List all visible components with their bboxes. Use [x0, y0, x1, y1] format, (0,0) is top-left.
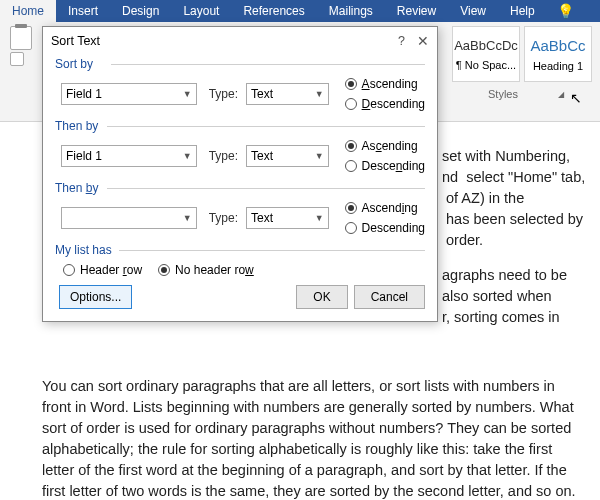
sortby-field-combo[interactable]: Field 1 ▼ [61, 83, 197, 105]
thenby1-field-combo[interactable]: Field 1 ▼ [61, 145, 197, 167]
options-button[interactable]: Options... [59, 285, 132, 309]
style-name: Heading 1 [533, 60, 583, 72]
tell-me-icon[interactable]: 💡 [551, 0, 580, 22]
chevron-down-icon: ▼ [315, 151, 324, 161]
ok-button[interactable]: OK [296, 285, 347, 309]
style-preview: AaBbCc [530, 37, 585, 54]
ribbon-tabs: Home Insert Design Layout References Mai… [0, 0, 600, 22]
no-header-row-radio[interactable]: No header row [158, 263, 254, 277]
dialog-title: Sort Text [51, 34, 398, 48]
dialog-titlebar: Sort Text ? ✕ [43, 27, 437, 55]
header-row-radio[interactable]: Header row [63, 263, 142, 277]
type-label: Type: [209, 211, 238, 225]
document-partial-text: set with Numbering, nd select "Home" tab… [442, 146, 585, 328]
tab-review[interactable]: Review [385, 0, 448, 22]
sortby-descending-radio[interactable]: Descending [345, 97, 425, 111]
sortby-type-combo[interactable]: Text ▼ [246, 83, 329, 105]
tab-insert[interactable]: Insert [56, 0, 110, 22]
tab-help[interactable]: Help [498, 0, 547, 22]
paste-icon[interactable] [10, 26, 32, 50]
thenby2-type-combo[interactable]: Text ▼ [246, 207, 329, 229]
chevron-down-icon: ▼ [183, 213, 192, 223]
chevron-down-icon: ▼ [315, 213, 324, 223]
tab-view[interactable]: View [448, 0, 498, 22]
chevron-down-icon: ▼ [183, 89, 192, 99]
document-body: You can sort ordinary paragraphs that ar… [0, 356, 592, 500]
tab-references[interactable]: References [231, 0, 316, 22]
tab-design[interactable]: Design [110, 0, 171, 22]
type-label: Type: [209, 149, 238, 163]
chevron-down-icon: ▼ [183, 151, 192, 161]
cursor-icon: ↖ [570, 90, 582, 106]
tab-layout[interactable]: Layout [171, 0, 231, 22]
thenby2-field-combo[interactable]: ▼ [61, 207, 197, 229]
type-label: Type: [209, 87, 238, 101]
sortby-ascending-radio[interactable]: Ascending [345, 77, 425, 91]
cancel-button[interactable]: Cancel [354, 285, 425, 309]
sortby-label: Sort by [55, 57, 425, 71]
style-heading-1[interactable]: AaBbCc Heading 1 [524, 26, 592, 82]
clipboard-small-icon[interactable] [10, 52, 24, 66]
thenby-label: Then by [55, 119, 425, 133]
thenby1-type-combo[interactable]: Text ▼ [246, 145, 329, 167]
style-name: ¶ No Spac... [456, 59, 516, 71]
mylist-label: My list has [55, 243, 425, 257]
styles-group-label: Styles ◢ ↖ [452, 82, 600, 106]
document-paragraph: You can sort ordinary paragraphs that ar… [42, 376, 580, 500]
sort-text-dialog: Sort Text ? ✕ Sort by Field 1 ▼ Type: Te… [42, 26, 438, 322]
tab-home[interactable]: Home [0, 0, 56, 22]
chevron-down-icon: ▼ [315, 89, 324, 99]
style-no-spacing[interactable]: AaBbCcDc ¶ No Spac... [452, 26, 520, 82]
thenby2-ascending-radio[interactable]: Ascending [345, 201, 425, 215]
thenby2-descending-radio[interactable]: Descending [345, 221, 425, 235]
thenby1-ascending-radio[interactable]: Ascending [345, 139, 425, 153]
close-icon[interactable]: ✕ [417, 33, 429, 49]
help-icon[interactable]: ? [398, 34, 405, 48]
thenby2-label: Then by [55, 181, 425, 195]
styles-launcher-icon[interactable]: ◢ [558, 90, 564, 99]
styles-gallery: AaBbCcDc ¶ No Spac... AaBbCc Heading 1 S… [452, 26, 600, 106]
tab-mailings[interactable]: Mailings [317, 0, 385, 22]
style-preview: AaBbCcDc [454, 38, 518, 53]
thenby1-descending-radio[interactable]: Descending [345, 159, 425, 173]
